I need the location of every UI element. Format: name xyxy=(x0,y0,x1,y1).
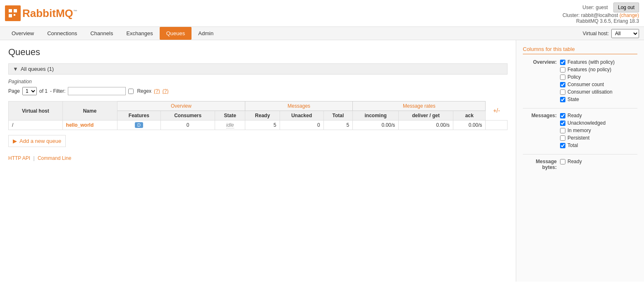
virtual-host-select[interactable]: All / default xyxy=(611,29,639,38)
sidebar-checkbox-item: Ready xyxy=(560,113,606,118)
sidebar-message-bytes-checkboxes: Ready xyxy=(560,159,582,166)
cell-virtual-host: / xyxy=(9,121,63,130)
footer-separator: | xyxy=(33,155,34,161)
page-select[interactable]: 1 xyxy=(22,87,37,95)
main-container: Queues ▼ All queues (1) Pagination Page … xyxy=(0,40,644,282)
svg-rect-2 xyxy=(9,14,12,17)
cell-name[interactable]: hello_world xyxy=(62,121,117,130)
user-label: User: xyxy=(582,5,594,10)
nav-exchanges[interactable]: Exchanges xyxy=(120,27,159,40)
all-queues-section-header[interactable]: ▼ All queues (1) xyxy=(8,63,508,75)
nav-queues[interactable]: Queues xyxy=(160,27,192,40)
sidebar-checkbox-item: Ready xyxy=(560,159,582,164)
pagination-label: Pagination xyxy=(8,79,508,84)
sidebar-overview-group: Overview: Features (with policy)Features… xyxy=(523,59,637,104)
sidebar-checkbox-label: Persistent xyxy=(567,135,589,141)
add-queue-arrow-icon: ▶ xyxy=(13,138,17,144)
col-consumers: Consumers xyxy=(161,111,215,121)
page-title: Queues xyxy=(8,47,508,58)
filter-input[interactable] xyxy=(68,87,126,95)
sidebar-checkbox-item: In memory xyxy=(560,128,606,133)
regex-help-link-1[interactable]: (?) xyxy=(154,88,160,94)
cluster-label: Cluster: xyxy=(563,12,579,18)
sidebar-checkbox-item: Persistent xyxy=(560,135,606,141)
sidebar-checkbox[interactable] xyxy=(560,97,565,102)
sidebar-checkbox-label: Features (no policy) xyxy=(567,67,611,72)
page-label: Page xyxy=(8,88,20,94)
sidebar-checkbox[interactable] xyxy=(560,143,565,148)
sidebar-overview-label: Overview: xyxy=(523,59,560,65)
sidebar-messages-checkboxes: ReadyUnacknowledgedIn memoryPersistentTo… xyxy=(560,113,606,150)
plus-minus-btn[interactable]: +/- xyxy=(486,101,508,121)
queues-table: Virtual host Name Overview Messages Mess… xyxy=(8,101,508,130)
sidebar-checkbox-item: Unacknowledged xyxy=(560,120,606,126)
cell-incoming: 0.00/s xyxy=(353,121,399,130)
table-row: / hello_world D 0 idle 5 0 5 0.00/s 0.00… xyxy=(9,121,508,130)
user-name: guest xyxy=(596,5,608,10)
sidebar-checkbox[interactable] xyxy=(560,135,565,141)
logo-mq: MQ xyxy=(56,7,73,19)
sidebar-messages-group: Messages: ReadyUnacknowledgedIn memoryPe… xyxy=(523,113,637,150)
queue-name-link[interactable]: hello_world xyxy=(66,122,94,128)
footer-links: HTTP API | Command Line xyxy=(8,155,508,161)
col-total: Total xyxy=(323,111,353,121)
sidebar-checkbox[interactable] xyxy=(560,60,565,65)
svg-rect-3 xyxy=(14,14,15,16)
sidebar-checkbox-item: State xyxy=(560,96,615,102)
nav-connections[interactable]: Connections xyxy=(41,27,84,40)
regex-checkbox[interactable] xyxy=(128,89,134,94)
logo-text: RabbitMQ™ xyxy=(22,7,77,20)
logo-area: RabbitMQ™ xyxy=(5,5,77,21)
sidebar-checkbox-label: Total xyxy=(567,142,578,148)
col-unacked: Unacked xyxy=(280,111,323,121)
col-ready: Ready xyxy=(245,111,280,121)
sidebar-message-bytes-label: Message bytes: xyxy=(523,159,560,170)
col-state: State xyxy=(215,111,245,121)
cell-deliver-get: 0.00/s xyxy=(399,121,453,130)
group-messages: Messages xyxy=(245,101,353,111)
nav-overview[interactable]: Overview xyxy=(5,27,41,40)
sidebar-checkbox[interactable] xyxy=(560,121,565,126)
sidebar-checkbox-label: Consumer count xyxy=(567,82,604,87)
sidebar-checkbox[interactable] xyxy=(560,113,565,118)
http-api-link[interactable]: HTTP API xyxy=(8,155,30,161)
logo-tm: ™ xyxy=(73,9,77,14)
sidebar-checkbox[interactable] xyxy=(560,159,565,164)
version-info: RabbitMQ 3.6.5, Erlang 18.3 xyxy=(576,18,639,24)
cell-features: D xyxy=(117,121,161,130)
group-overview: Overview xyxy=(117,101,245,111)
cell-state: idle xyxy=(215,121,245,130)
sidebar-checkbox[interactable] xyxy=(560,67,565,72)
col-incoming: incoming xyxy=(353,111,399,121)
sidebar-title: Columns for this table xyxy=(523,46,637,54)
sidebar-checkbox-item: Consumer count xyxy=(560,82,615,87)
command-line-link[interactable]: Command Line xyxy=(38,155,71,161)
cell-extra xyxy=(486,121,508,130)
sidebar-checkbox[interactable] xyxy=(560,75,565,80)
features-badge: D xyxy=(135,122,143,128)
sidebar-checkbox-label: Features (with policy) xyxy=(567,59,615,65)
cluster-change-link[interactable]: (change) xyxy=(620,12,639,18)
sidebar-checkbox-label: Ready xyxy=(567,159,582,164)
user-area: User: guest Log out Cluster: rabbit@loca… xyxy=(563,2,639,24)
col-deliver-get: deliver / get xyxy=(399,111,453,121)
sidebar-checkbox-item: Total xyxy=(560,142,606,148)
sidebar-divider-2 xyxy=(523,154,637,154)
nav-channels[interactable]: Channels xyxy=(84,27,120,40)
sidebar-divider-1 xyxy=(523,108,637,109)
sidebar-checkbox[interactable] xyxy=(560,82,565,87)
header: RabbitMQ™ User: guest Log out Cluster: r… xyxy=(0,0,644,27)
sidebar-checkbox-item: Features (with policy) xyxy=(560,59,615,65)
nav-admin[interactable]: Admin xyxy=(192,27,220,40)
col-virtual-host: Virtual host xyxy=(9,101,63,121)
logout-button[interactable]: Log out xyxy=(613,2,639,12)
sidebar-checkbox[interactable] xyxy=(560,89,565,95)
sidebar-checkbox[interactable] xyxy=(560,128,565,133)
sidebar-checkbox-label: State xyxy=(567,96,579,102)
add-queue-section[interactable]: ▶ Add a new queue xyxy=(8,135,66,147)
navigation: Overview Connections Channels Exchanges … xyxy=(0,27,644,40)
regex-help-link-2[interactable]: (?) xyxy=(163,88,169,94)
plus-minus-link[interactable]: +/- xyxy=(493,107,500,114)
sidebar-message-bytes-group: Message bytes: Ready xyxy=(523,159,637,170)
col-name: Name xyxy=(62,101,117,121)
